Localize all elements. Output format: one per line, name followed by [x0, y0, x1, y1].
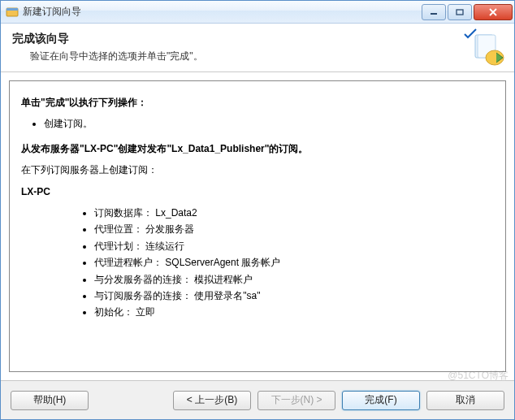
- details-list: 订阅数据库： Lx_Data2 代理位置： 分发服务器 代理计划： 连续运行 代…: [94, 205, 494, 321]
- summary-heading: 单击"完成"以执行下列操作：: [21, 94, 494, 110]
- create-from-text: 从发布服务器"LX-PC"创建对发布"Lx_Data1_Publisher"的订…: [21, 141, 494, 157]
- detail-item: 与订阅服务器的连接： 使用登录名"sa": [94, 288, 494, 304]
- window-title: 新建订阅向导: [23, 5, 420, 19]
- detail-item: 与分发服务器的连接： 模拟进程帐户: [94, 271, 494, 288]
- content-area: 单击"完成"以执行下列操作： 创建订阅。 从发布服务器"LX-PC"创建对发布"…: [1, 72, 514, 380]
- detail-item: 代理计划： 连续运行: [94, 238, 494, 254]
- detail-item: 初始化： 立即: [94, 304, 494, 320]
- window-controls: [420, 4, 513, 20]
- server-name: LX-PC: [21, 184, 494, 200]
- next-button: 下一步(N) >: [258, 391, 335, 410]
- detail-item: 代理进程帐户： SQLServerAgent 服务帐户: [94, 254, 494, 271]
- svg-rect-3: [457, 10, 463, 15]
- detail-item: 订阅数据库： Lx_Data2: [94, 205, 494, 221]
- titlebar[interactable]: 新建订阅向导: [1, 1, 514, 24]
- wizard-window: 新建订阅向导 完成该向导 验证在向导中选择的选项并单击"完成"。: [0, 0, 515, 420]
- detail-item: 代理位置： 分发服务器: [94, 221, 494, 237]
- button-bar: 帮助(H) < 上一步(B) 下一步(N) > 完成(F) 取消: [1, 380, 514, 419]
- app-icon: [6, 6, 19, 19]
- minimize-button[interactable]: [422, 4, 446, 20]
- back-button[interactable]: < 上一步(B): [173, 391, 251, 410]
- subscribe-on-text: 在下列订阅服务器上创建订阅：: [21, 162, 494, 178]
- maximize-button[interactable]: [448, 4, 472, 20]
- page-subtitle: 验证在向导中选择的选项并单击"完成"。: [12, 50, 503, 63]
- help-button[interactable]: 帮助(H): [11, 391, 89, 410]
- wizard-header: 完成该向导 验证在向导中选择的选项并单击"完成"。: [1, 24, 514, 72]
- finish-button[interactable]: 完成(F): [342, 391, 420, 410]
- svg-rect-1: [6, 8, 18, 11]
- close-button[interactable]: [474, 4, 513, 20]
- summary-box[interactable]: 单击"完成"以执行下列操作： 创建订阅。 从发布服务器"LX-PC"创建对发布"…: [9, 80, 506, 372]
- wizard-icon: [470, 32, 506, 67]
- action-item: 创建订阅。: [44, 115, 494, 132]
- cancel-button[interactable]: 取消: [426, 391, 504, 410]
- page-title: 完成该向导: [12, 32, 503, 46]
